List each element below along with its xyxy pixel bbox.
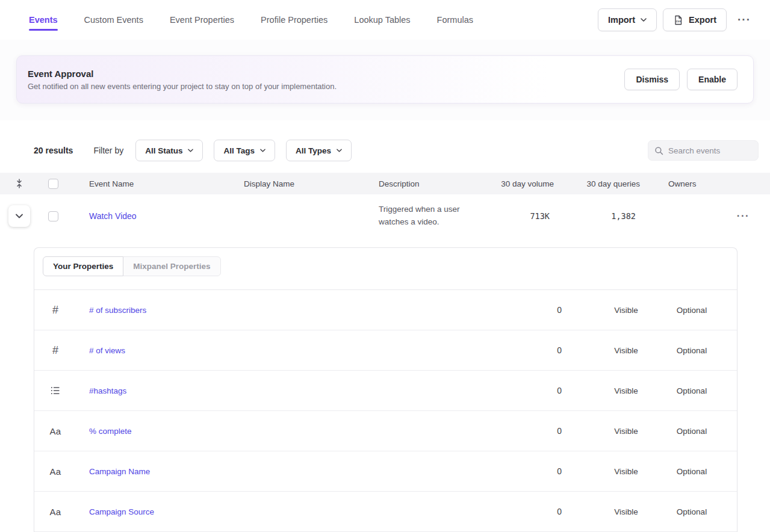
tab-your-properties[interactable]: Your Properties	[43, 256, 123, 276]
property-name-link[interactable]: #hashtags	[76, 386, 497, 395]
property-requirement: Optional	[647, 467, 737, 476]
property-name-link[interactable]: # of views	[76, 346, 497, 355]
export-button[interactable]: csv Export	[663, 8, 727, 31]
types-filter-label: All Types	[296, 146, 331, 155]
banner-text: Event Approval Get notified on all new e…	[28, 69, 337, 91]
property-visibility: Visible	[606, 346, 647, 355]
chevron-down-icon	[260, 149, 265, 152]
property-count: 0	[497, 305, 606, 315]
top-navigation: Events Custom Events Event Properties Pr…	[0, 0, 770, 40]
text-icon: Aa	[50, 426, 61, 436]
property-requirement: Optional	[647, 346, 737, 355]
property-count: 0	[497, 507, 606, 516]
property-row: # # of subscribers 0 Visible Optional	[34, 290, 737, 330]
types-filter-dropdown[interactable]: All Types	[286, 140, 352, 161]
ellipsis-icon: ···	[737, 13, 751, 26]
event-volume: 713K	[487, 211, 554, 221]
property-row: #hashtags 0 Visible Optional	[34, 371, 737, 411]
tab-mixpanel-properties[interactable]: Mixpanel Properties	[123, 256, 220, 276]
property-visibility: Visible	[606, 467, 647, 476]
property-count: 0	[497, 426, 606, 436]
tab-event-properties[interactable]: Event Properties	[170, 9, 234, 31]
import-button-label: Import	[608, 15, 635, 25]
property-visibility: Visible	[606, 427, 647, 436]
chevron-down-icon	[188, 149, 193, 152]
filter-by-label: Filter by	[93, 146, 123, 155]
property-requirement: Optional	[647, 427, 737, 436]
search-events-input[interactable]	[668, 146, 752, 155]
property-row: Aa % complete 0 Visible Optional	[34, 411, 737, 451]
tab-events[interactable]: Events	[29, 9, 58, 31]
collapse-rows-icon[interactable]	[15, 179, 23, 188]
property-requirement: Optional	[647, 386, 737, 395]
banner-actions: Dismiss Enable	[624, 69, 737, 90]
events-table-header: Event Name Display Name Description 30 d…	[0, 173, 770, 194]
more-options-button[interactable]: ···	[733, 11, 756, 29]
topnav-actions: Import csv Export ···	[598, 8, 756, 31]
chevron-down-icon	[16, 214, 23, 218]
property-requirement: Optional	[647, 306, 737, 315]
property-name-link[interactable]: % complete	[76, 427, 497, 436]
property-row: # # of views 0 Visible Optional	[34, 330, 737, 371]
tags-filter-label: All Tags	[223, 146, 255, 155]
header-display-name: Display Name	[244, 179, 379, 188]
properties-tabs: Your Properties Mixpanel Properties	[34, 248, 737, 276]
ellipsis-icon: ···	[737, 210, 750, 221]
property-row: Aa Campaign Source 0 Visible Optional	[34, 492, 737, 532]
export-button-label: Export	[689, 15, 716, 25]
enable-button[interactable]: Enable	[687, 69, 737, 90]
property-visibility: Visible	[606, 386, 647, 395]
lexicon-tabs: Events Custom Events Event Properties Pr…	[29, 0, 473, 40]
collapse-row-button[interactable]	[8, 205, 30, 227]
property-name-link[interactable]: # of subscribers	[76, 306, 497, 315]
banner-section: Event Approval Get notified on all new e…	[0, 40, 770, 120]
property-count: 0	[497, 466, 606, 476]
property-name-link[interactable]: Campaign Name	[76, 467, 497, 476]
filter-row: 20 results Filter by All Status All Tags…	[0, 140, 770, 161]
property-visibility: Visible	[606, 306, 647, 315]
event-approval-banner: Event Approval Get notified on all new e…	[16, 55, 754, 104]
row-actions-button[interactable]: ···	[716, 210, 770, 222]
tab-lookup-tables[interactable]: Lookup Tables	[354, 9, 410, 31]
event-name-link[interactable]: Watch Video	[67, 211, 244, 221]
chevron-down-icon	[337, 149, 342, 152]
event-queries: 1,382	[554, 211, 640, 221]
select-row-checkbox[interactable]	[48, 211, 58, 221]
import-button[interactable]: Import	[598, 8, 657, 31]
text-icon: Aa	[50, 466, 61, 477]
select-all-checkbox[interactable]	[48, 179, 58, 189]
list-icon	[51, 386, 60, 395]
number-icon: #	[52, 344, 58, 357]
status-filter-label: All Status	[145, 146, 182, 155]
property-count: 0	[497, 386, 606, 395]
properties-panel: Your Properties Mixpanel Properties # # …	[34, 247, 737, 532]
search-events-box	[648, 140, 759, 161]
header-event-name: Event Name	[67, 179, 244, 188]
tab-custom-events[interactable]: Custom Events	[84, 9, 143, 31]
header-volume: 30 day volume	[487, 179, 554, 188]
search-icon	[654, 146, 663, 155]
export-csv-icon: csv	[673, 15, 683, 25]
lexicon-page: Events Custom Events Event Properties Pr…	[0, 0, 770, 532]
svg-text:csv: csv	[676, 19, 682, 23]
tab-profile-properties[interactable]: Profile Properties	[261, 9, 328, 31]
tab-formulas[interactable]: Formulas	[437, 9, 473, 31]
property-requirement: Optional	[647, 507, 737, 516]
number-icon: #	[52, 304, 58, 317]
property-row: Aa Campaign Name 0 Visible Optional	[34, 451, 737, 492]
header-description: Description	[379, 179, 487, 188]
property-count: 0	[497, 345, 606, 355]
status-filter-dropdown[interactable]: All Status	[135, 140, 203, 161]
dismiss-button[interactable]: Dismiss	[624, 69, 680, 90]
results-count: 20 results	[34, 146, 73, 155]
property-name-link[interactable]: Campaign Source	[76, 507, 497, 516]
header-queries: 30 day queries	[554, 179, 640, 188]
property-visibility: Visible	[606, 507, 647, 516]
event-description: Triggered when a user watches a video.	[379, 203, 484, 229]
tags-filter-dropdown[interactable]: All Tags	[214, 140, 275, 161]
event-row-watch-video: Watch Video Triggered when a user watche…	[0, 194, 770, 238]
banner-description: Get notified on all new events entering …	[28, 82, 337, 91]
banner-title: Event Approval	[28, 69, 337, 79]
text-icon: Aa	[50, 507, 61, 517]
header-owners: Owners	[640, 179, 716, 188]
